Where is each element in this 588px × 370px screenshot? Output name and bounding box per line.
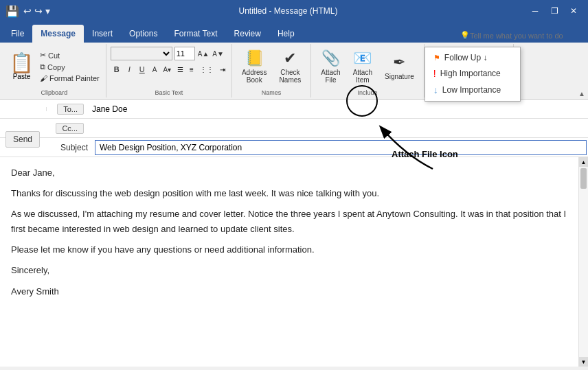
quick-access-more[interactable]: ▾ xyxy=(45,5,50,16)
to-label-area: To... xyxy=(47,102,88,116)
include-label: Include xyxy=(311,89,424,96)
clipboard-label: Clipboard xyxy=(3,89,106,96)
tab-help[interactable]: Help xyxy=(269,25,303,43)
save-icon[interactable]: 💾 xyxy=(5,5,19,18)
scroll-thumb[interactable] xyxy=(580,168,587,189)
highlight-button[interactable]: A xyxy=(150,65,159,74)
send-area xyxy=(0,107,47,111)
font-color-button[interactable]: A▾ xyxy=(161,65,173,74)
body-line5: Sincerely, xyxy=(11,263,567,278)
lightbulb-icon: 💡 xyxy=(460,31,470,40)
format-painter-button[interactable]: 🖌 Format Painter xyxy=(38,73,102,83)
check-names-button[interactable]: ✔ CheckNames xyxy=(274,47,307,86)
scroll-track xyxy=(579,167,588,357)
tab-options[interactable]: Options xyxy=(121,25,166,43)
subject-input[interactable] xyxy=(95,140,587,155)
attach-item-button[interactable]: 📧 AttachItem xyxy=(348,47,378,86)
title-bar-left: 💾 ↩ ↪ ▾ xyxy=(5,5,50,18)
tab-file[interactable]: File xyxy=(3,25,32,43)
font-row-2: B I U A A▾ ☰ ≡ ⋮⋮ ⇥ xyxy=(111,64,227,75)
follow-up-item[interactable]: ⚑ Follow Up ↓ xyxy=(425,50,520,65)
close-button[interactable]: ✕ xyxy=(565,2,583,20)
window-title: Untitled - Message (HTML) xyxy=(50,6,526,16)
bold-button[interactable]: B xyxy=(111,64,123,75)
low-importance-label: Low Importance xyxy=(442,85,501,95)
align-button[interactable]: ⋮⋮ xyxy=(198,65,216,74)
basic-text-content: A▲ A▼ B I U A A▾ ☰ ≡ ⋮⋮ ⇥ xyxy=(111,47,227,86)
font-row-1: A▲ A▼ xyxy=(111,47,227,60)
underline-button[interactable]: U xyxy=(136,64,148,75)
copy-label: Copy xyxy=(47,63,65,71)
redo-icon[interactable]: ↪ xyxy=(34,5,43,16)
font-name-select[interactable] xyxy=(111,47,172,60)
body-area: Dear Jane, Thanks for discussing the web… xyxy=(0,157,588,367)
attach-file-label: AttachFile xyxy=(321,69,340,84)
font-size-input[interactable] xyxy=(174,47,195,60)
basic-text-label: Basic Text xyxy=(106,89,231,96)
copy-button[interactable]: ⧉ Copy xyxy=(38,62,102,72)
check-names-label: CheckNames xyxy=(280,69,302,84)
paste-label: Paste xyxy=(13,73,31,80)
check-names-icon: ✔ xyxy=(284,49,296,67)
attach-item-icon: 📧 xyxy=(353,49,372,67)
body-line3: As we discussed, I'm attaching my resume… xyxy=(11,207,567,237)
title-bar-icons: ↩ ↪ ▾ xyxy=(23,5,50,16)
italic-button[interactable]: I xyxy=(125,64,134,75)
low-importance-item[interactable]: ↓ Low Importance xyxy=(425,82,520,98)
subject-label: Subject xyxy=(47,143,93,152)
basic-text-group: A▲ A▼ B I U A A▾ ☰ ≡ ⋮⋮ ⇥ Basic Text xyxy=(106,44,232,97)
scrollbar[interactable]: ▲ ▼ xyxy=(578,157,588,367)
tags-dropdown: ⚑ Follow Up ↓ ! High Importance ↓ Low Im… xyxy=(425,47,521,102)
cut-button[interactable]: ✂ Cut xyxy=(38,50,102,60)
tab-insert[interactable]: Insert xyxy=(84,25,121,43)
address-book-button[interactable]: 📒 AddressBook xyxy=(236,47,273,86)
cut-icon: ✂ xyxy=(40,51,46,60)
high-importance-icon: ! xyxy=(433,68,436,79)
high-importance-item[interactable]: ! High Importance xyxy=(425,65,520,82)
attach-file-button[interactable]: 📎 AttachFile xyxy=(315,47,346,86)
to-input[interactable] xyxy=(88,102,588,117)
cc-button[interactable]: Cc... xyxy=(56,123,84,134)
font-size-decrease[interactable]: A▼ xyxy=(212,49,225,58)
to-button[interactable]: To... xyxy=(57,104,84,115)
paste-button[interactable]: 📋 Paste xyxy=(7,52,36,82)
ribbon-expand-button[interactable]: ▲ xyxy=(578,90,585,97)
undo-icon[interactable]: ↩ xyxy=(23,5,32,16)
tab-message[interactable]: Message xyxy=(32,25,84,43)
include-group: 📎 AttachFile 📧 AttachItem ✒ Signature In… xyxy=(311,44,425,97)
bullets-button[interactable]: ☰ xyxy=(175,65,185,74)
font-size-increase[interactable]: A▲ xyxy=(197,49,210,58)
include-content: 📎 AttachFile 📧 AttachItem ✒ Signature xyxy=(315,47,420,86)
names-content: 📒 AddressBook ✔ CheckNames xyxy=(236,47,306,86)
tab-format-text[interactable]: Format Text xyxy=(166,25,225,43)
scroll-down-button[interactable]: ▼ xyxy=(579,357,588,367)
body-line6: Avery Smith xyxy=(11,284,567,299)
ribbon-tabs: File Message Insert Options Format Text … xyxy=(0,22,588,43)
send-button[interactable]: Send xyxy=(5,131,40,148)
email-body[interactable]: Dear Jane, Thanks for discussing the web… xyxy=(0,157,578,367)
names-label: Names xyxy=(232,89,310,96)
subject-row: Subject xyxy=(0,138,588,157)
tell-me-input[interactable] xyxy=(470,32,580,40)
signature-label: Signature xyxy=(385,73,414,80)
body-line1: Dear Jane, xyxy=(11,165,567,181)
numbering-button[interactable]: ≡ xyxy=(188,65,196,74)
copy-icon: ⧉ xyxy=(40,62,45,71)
tab-review[interactable]: Review xyxy=(226,25,269,43)
minimize-button[interactable]: ─ xyxy=(526,2,544,20)
tags-group: ⚑ Follow Up ↓ ! High Importance ↓ Low Im… xyxy=(425,44,514,97)
cc-input[interactable] xyxy=(88,121,588,136)
ribbon: 📋 Paste ✂ Cut ⧉ Copy 🖌 Format Painter Cl… xyxy=(0,43,588,100)
low-importance-icon: ↓ xyxy=(433,84,438,95)
address-book-label: AddressBook xyxy=(242,69,267,84)
window-controls: ─ ❐ ✕ xyxy=(526,2,583,20)
address-book-icon: 📒 xyxy=(245,49,264,67)
indent-button[interactable]: ⇥ xyxy=(218,65,227,74)
scroll-up-button[interactable]: ▲ xyxy=(579,157,588,167)
restore-button[interactable]: ❐ xyxy=(545,2,563,20)
attach-file-icon: 📎 xyxy=(321,49,340,67)
high-importance-label: High Importance xyxy=(440,69,501,78)
signature-button[interactable]: ✒ Signature xyxy=(379,51,420,83)
follow-up-icon: ⚑ xyxy=(433,54,440,62)
clipboard-group: 📋 Paste ✂ Cut ⧉ Copy 🖌 Format Painter Cl… xyxy=(3,44,106,97)
